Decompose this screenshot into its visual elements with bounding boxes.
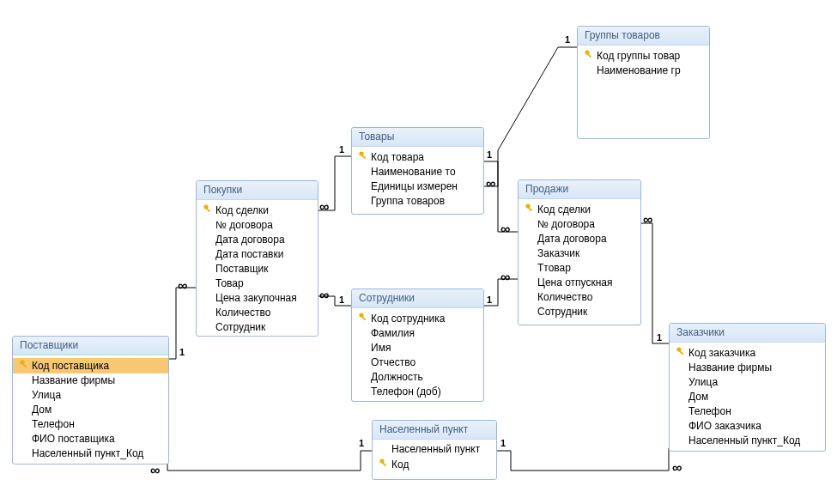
field-row[interactable]: ФИО заказчика — [670, 419, 825, 434]
field-row[interactable]: Группа товаров — [352, 194, 483, 209]
field-label: Заказчик — [537, 247, 579, 260]
field-label: Код сделки — [215, 204, 269, 217]
primary-key-icon — [357, 150, 369, 164]
field-row[interactable]: Дом — [670, 390, 825, 404]
field-row[interactable]: Код товара — [352, 149, 483, 165]
field-row[interactable]: Телефон — [670, 404, 825, 419]
cardinality-many: ∞ — [150, 463, 158, 478]
field-label: Код группы товар — [597, 50, 680, 63]
entity-header[interactable]: Товары — [352, 128, 483, 147]
field-label: Код сотрудника — [371, 313, 445, 325]
diagram-canvas: 1 ∞ ∞ 1 ∞ 1 1 ∞ ∞ 1 1 ∞ ∞ 1 1 ∞ 1 ∞ Пост… — [0, 0, 837, 504]
field-row[interactable]: Название фирмы — [670, 361, 825, 375]
field-label: Название фирмы — [688, 361, 772, 374]
field-label: Код сделки — [537, 203, 591, 216]
field-label: Дата договора — [537, 233, 607, 246]
field-row[interactable]: Имя — [352, 341, 483, 355]
primary-key-icon — [18, 359, 30, 373]
entity-header[interactable]: Продажи — [519, 180, 640, 199]
entity-customers[interactable]: ЗаказчикиКод заказчикаНазвание фирмыУлиц… — [669, 323, 826, 452]
field-row[interactable]: Поставщик — [197, 262, 318, 276]
field-label: Код товара — [371, 151, 424, 164]
field-row[interactable]: Единицы измерен — [352, 179, 483, 194]
entity-header[interactable]: Населенный пункт — [373, 421, 496, 440]
field-label: Цена отпускная — [537, 276, 613, 289]
entity-header[interactable]: Поставщики — [13, 337, 168, 355]
cardinality-one: 1 — [657, 332, 662, 343]
field-row[interactable]: Дата договора — [519, 232, 640, 246]
entity-body: Населенный пунктКод — [373, 440, 496, 476]
field-label: Поставщик — [215, 263, 269, 276]
field-row[interactable]: Название фирмы — [13, 373, 168, 388]
field-row[interactable]: Наименование гр — [578, 64, 709, 78]
entity-sales[interactable]: ПродажиКод сделки№ договораДата договора… — [518, 179, 641, 325]
field-row[interactable]: Отчество — [352, 355, 483, 370]
field-row[interactable]: Код — [373, 457, 496, 472]
field-label: Сотрудник — [215, 321, 265, 334]
entity-suppliers[interactable]: ПоставщикиКод поставщикаНазвание фирмыУл… — [12, 336, 169, 465]
field-label: Телефон (доб) — [371, 386, 441, 398]
field-row[interactable]: Улица — [13, 388, 168, 403]
field-row[interactable]: Код сделки — [197, 203, 318, 218]
entity-header[interactable]: Покупки — [197, 181, 318, 200]
field-label: Населенный пункт_Код — [32, 447, 143, 460]
field-row[interactable]: Количество — [519, 290, 640, 305]
field-label: Наименование гр — [597, 64, 681, 77]
entity-purchases[interactable]: ПокупкиКод сделки№ договораДата договора… — [196, 180, 318, 337]
entity-body: Код сотрудникаФамилияИмяОтчествоДолжност… — [352, 308, 483, 403]
field-row[interactable]: Товар — [197, 276, 318, 291]
field-label: Должность — [371, 371, 423, 384]
field-label: Дата поставки — [215, 248, 283, 261]
field-row[interactable]: Должность — [352, 370, 483, 385]
entity-settlement[interactable]: Населенный пунктНаселенный пунктКод — [372, 420, 497, 480]
field-row[interactable]: Дом — [13, 403, 168, 417]
entity-body: Код товараНаименование тоЕдиницы измерен… — [352, 147, 483, 212]
field-row[interactable]: Фамилия — [352, 326, 483, 341]
field-row[interactable]: Количество — [197, 306, 318, 320]
field-label: Дата договора — [215, 234, 285, 246]
field-row[interactable]: Населенный пункт — [373, 442, 496, 457]
cardinality-one: 1 — [487, 295, 492, 305]
field-row[interactable]: Код сотрудника — [352, 311, 483, 326]
field-row[interactable]: Сотрудник — [197, 320, 318, 335]
field-row[interactable]: Код заказчика — [670, 345, 825, 361]
field-row[interactable]: Цена отпускная — [519, 276, 640, 290]
field-label: Наименование то — [371, 166, 456, 179]
field-row[interactable]: Телефон — [13, 417, 168, 432]
field-row[interactable]: Код сделки — [519, 202, 640, 217]
field-row[interactable]: Наименование то — [352, 165, 483, 179]
entity-groups[interactable]: Группы товаровКод группы товарНаименован… — [577, 26, 710, 139]
field-row[interactable]: Населенный пункт_Код — [670, 434, 825, 448]
field-row[interactable]: Ттовар — [519, 261, 640, 276]
cardinality-many: ∞ — [500, 222, 508, 237]
field-label: Улица — [32, 389, 61, 402]
entity-header[interactable]: Группы товаров — [578, 27, 709, 46]
field-row[interactable]: Дата поставки — [197, 247, 318, 262]
cardinality-one: 1 — [500, 438, 506, 448]
field-label: Имя — [371, 342, 391, 355]
field-row[interactable]: Код поставщика — [13, 358, 168, 373]
field-row[interactable]: Код группы товар — [578, 48, 709, 64]
primary-key-icon — [378, 458, 390, 471]
entity-goods[interactable]: ТоварыКод товараНаименование тоЕдиницы и… — [351, 127, 484, 215]
field-row[interactable]: Сотрудник — [519, 305, 640, 319]
cardinality-many: ∞ — [319, 288, 327, 303]
field-label: ФИО поставщика — [32, 433, 115, 446]
cardinality-many: ∞ — [643, 212, 651, 228]
field-row[interactable]: Телефон (доб) — [352, 385, 483, 399]
field-row[interactable]: ФИО поставщика — [13, 432, 168, 446]
field-row[interactable]: Населенный пункт_Код — [13, 446, 168, 461]
primary-key-icon — [357, 312, 369, 325]
entity-body: Код сделки№ договораДата договораЗаказчи… — [519, 199, 640, 323]
field-label: Улица — [688, 376, 718, 389]
field-row[interactable]: Заказчик — [519, 246, 640, 261]
entity-header[interactable]: Сотрудники — [352, 289, 483, 308]
field-row[interactable]: Улица — [670, 375, 825, 390]
entity-employees[interactable]: СотрудникиКод сотрудникаФамилияИмяОтчест… — [351, 288, 484, 402]
field-row[interactable]: № договора — [197, 218, 318, 233]
field-label: Фамилия — [371, 327, 415, 340]
field-row[interactable]: № договора — [519, 217, 640, 232]
entity-header[interactable]: Заказчики — [670, 324, 825, 343]
field-row[interactable]: Цена закупочная — [197, 291, 318, 306]
field-row[interactable]: Дата договора — [197, 233, 318, 247]
